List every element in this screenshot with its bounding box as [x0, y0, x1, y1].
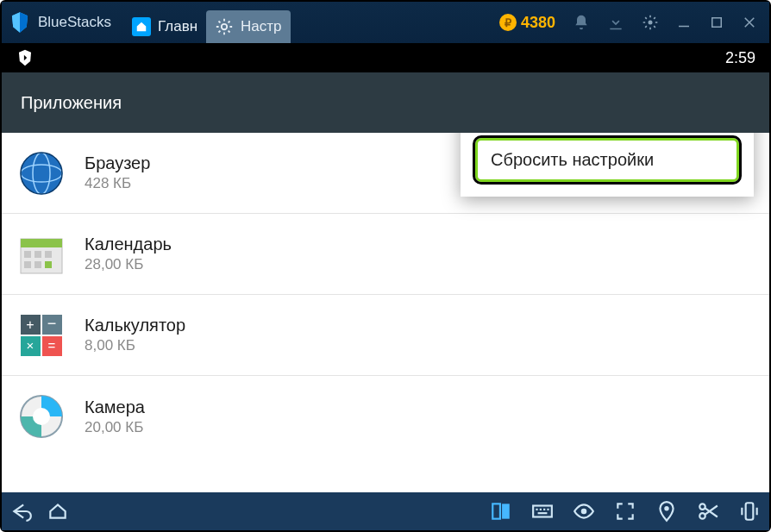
svg-text:×: × — [27, 338, 34, 353]
svg-rect-9 — [21, 239, 62, 247]
svg-rect-11 — [34, 251, 41, 258]
titlebar-gear-icon[interactable] — [642, 14, 659, 31]
home-nav-icon[interactable] — [47, 500, 69, 523]
bluestacks-logo-icon — [9, 11, 31, 34]
svg-rect-38 — [746, 503, 754, 520]
app-size-label: 8,00 КБ — [85, 337, 185, 354]
app-size-label: 428 КБ — [85, 175, 150, 192]
app-row-calculator[interactable]: + − × = Калькулятор 8,00 КБ — [2, 295, 769, 376]
clock: 2:59 — [725, 49, 755, 67]
titlebar: BlueStacks Главн Настр ₽ 4380 — [2, 2, 769, 43]
close-button[interactable] — [742, 15, 757, 30]
bluestacks-window: BlueStacks Главн Настр ₽ 4380 — [0, 0, 771, 532]
svg-rect-10 — [24, 251, 31, 258]
browser-icon — [19, 151, 64, 196]
titlebar-right: ₽ 4380 — [499, 14, 769, 32]
gear-icon — [215, 17, 234, 36]
app-row-calendar[interactable]: Календарь 28,00 КБ — [2, 214, 769, 295]
apps-list: Показать системные процессы Сбросить нас… — [2, 133, 769, 492]
svg-rect-28 — [533, 506, 552, 517]
home-icon — [132, 17, 151, 36]
app-name-label: Календарь — [85, 235, 172, 254]
app-size-label: 20,00 КБ — [85, 419, 145, 436]
scissors-icon[interactable] — [697, 500, 719, 523]
svg-point-1 — [649, 21, 653, 25]
svg-rect-12 — [45, 251, 52, 258]
svg-point-34 — [581, 509, 587, 515]
calculator-icon: + − × = — [19, 313, 64, 358]
download-icon[interactable] — [607, 14, 624, 31]
back-icon[interactable] — [10, 500, 33, 523]
tab-home-label: Главн — [158, 18, 197, 35]
svg-text:−: − — [47, 315, 57, 332]
app-name-label: Калькулятор — [85, 316, 185, 335]
bell-icon[interactable] — [573, 14, 590, 31]
tab-home[interactable]: Главн — [123, 10, 206, 43]
svg-text:=: = — [48, 338, 56, 353]
android-nav-bar — [2, 492, 769, 530]
shake-icon[interactable] — [738, 500, 761, 523]
keyboard-icon[interactable] — [531, 500, 554, 523]
svg-rect-29 — [536, 509, 537, 510]
window-toggle-icon[interactable] — [490, 500, 512, 523]
svg-point-35 — [664, 506, 668, 510]
camera-icon — [19, 394, 64, 439]
apps-header-title: Приложения — [21, 93, 122, 113]
svg-rect-14 — [34, 261, 41, 268]
svg-rect-3 — [712, 18, 722, 28]
svg-rect-2 — [679, 26, 689, 28]
fullscreen-icon[interactable] — [614, 500, 636, 523]
app-name: BlueStacks — [38, 14, 111, 31]
bluestacks-status-icon — [16, 48, 34, 67]
coin-amount: 4380 — [521, 14, 555, 32]
svg-rect-26 — [492, 504, 500, 518]
svg-rect-32 — [547, 509, 548, 510]
coin-balance[interactable]: ₽ 4380 — [499, 14, 555, 32]
svg-text:+: + — [26, 317, 34, 332]
location-icon[interactable] — [655, 500, 678, 523]
svg-rect-27 — [502, 504, 510, 518]
app-name-label: Браузер — [85, 153, 150, 173]
svg-rect-33 — [538, 512, 548, 514]
overflow-menu: Показать системные процессы Сбросить нас… — [461, 133, 754, 197]
calendar-icon — [19, 232, 64, 277]
android-status-bar: 2:59 — [2, 43, 769, 72]
app-row-camera[interactable]: Камера 20,00 КБ — [2, 376, 769, 457]
app-name-label: Камера — [85, 397, 145, 417]
eye-icon[interactable] — [573, 500, 595, 523]
tab-settings-label: Настр — [241, 18, 281, 35]
svg-point-0 — [222, 24, 227, 29]
menu-item-reset-settings[interactable]: Сбросить настройки — [473, 135, 742, 185]
maximize-button[interactable] — [709, 15, 724, 30]
svg-point-25 — [33, 408, 50, 425]
app-size-label: 28,00 КБ — [85, 256, 172, 273]
tab-settings[interactable]: Настр — [206, 10, 290, 43]
svg-rect-15 — [45, 261, 52, 268]
svg-rect-31 — [543, 509, 545, 510]
minimize-button[interactable] — [676, 15, 692, 30]
apps-header: Приложения — [2, 72, 769, 133]
svg-rect-13 — [24, 261, 31, 268]
svg-rect-30 — [540, 509, 542, 510]
coin-icon: ₽ — [499, 14, 517, 31]
